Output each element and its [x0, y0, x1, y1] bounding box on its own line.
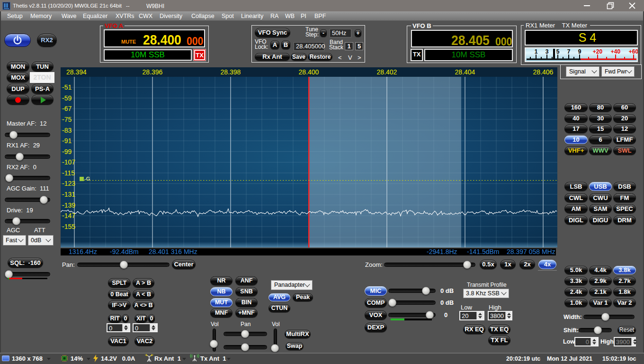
svg-text:28.402: 28.402: [377, 68, 397, 76]
svg-text:28.396: 28.396: [143, 68, 163, 76]
svg-text:-83: -83: [62, 127, 72, 134]
svg-text:9: 9: [578, 48, 581, 55]
svg-text:1: 1: [535, 48, 538, 55]
svg-text:28.394: 28.394: [66, 68, 87, 76]
svg-text:-155: -155: [62, 223, 75, 230]
svg-text:28.397 058 MHz: 28.397 058 MHz: [507, 248, 555, 255]
svg-text:-147: -147: [62, 212, 75, 219]
svg-text:-141.5dBm: -141.5dBm: [467, 248, 499, 255]
svg-text:+40: +40: [611, 48, 621, 55]
svg-text:28.404: 28.404: [455, 68, 475, 76]
svg-text:-123: -123: [62, 180, 75, 187]
svg-text:7: 7: [567, 48, 571, 55]
svg-text:-G: -G: [84, 176, 90, 182]
svg-text:-51: -51: [62, 83, 72, 91]
svg-text:-75: -75: [62, 116, 72, 123]
svg-text:-139: -139: [62, 201, 75, 209]
svg-text:-92.4dBm: -92.4dBm: [110, 248, 139, 255]
svg-text:-59: -59: [62, 94, 72, 102]
svg-text:-2941.8Hz: -2941.8Hz: [427, 248, 457, 255]
svg-text:1316.4Hz: 1316.4Hz: [69, 248, 97, 255]
svg-text:-115: -115: [62, 169, 75, 177]
svg-text:-67: -67: [62, 105, 72, 112]
svg-text:28.400: 28.400: [299, 68, 319, 76]
svg-text:-99: -99: [62, 148, 72, 155]
svg-text:28.398: 28.398: [221, 68, 241, 76]
svg-text:3: 3: [546, 48, 549, 55]
svg-text:-91: -91: [62, 137, 72, 145]
svg-text:28.406: 28.406: [533, 68, 554, 76]
svg-text:28.401 316 MHz: 28.401 316 MHz: [149, 248, 197, 255]
svg-text:-131: -131: [62, 191, 75, 198]
svg-text:-107: -107: [62, 158, 75, 166]
svg-text:+20: +20: [593, 48, 603, 55]
svg-text:5: 5: [556, 48, 560, 55]
svg-text:+60: +60: [629, 48, 638, 55]
